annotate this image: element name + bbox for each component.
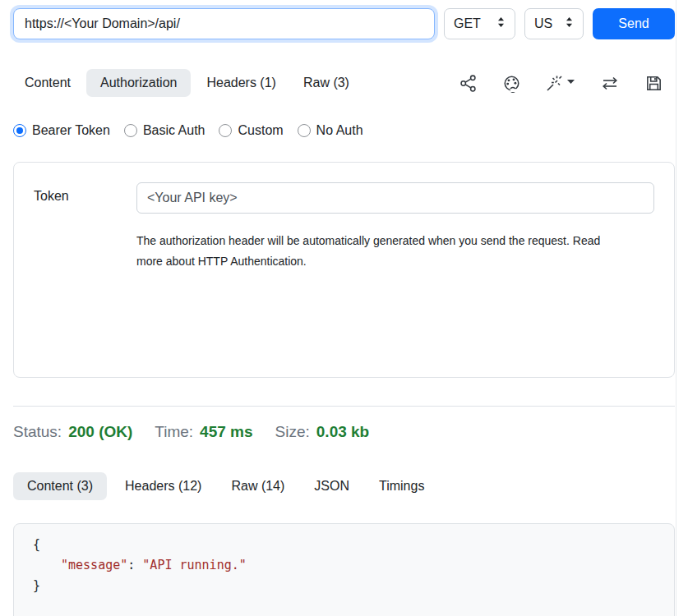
json-close-brace: } xyxy=(33,576,655,596)
section-divider xyxy=(13,406,675,407)
response-tab-content[interactable]: Content (3) xyxy=(13,472,107,500)
save-icon[interactable] xyxy=(644,73,663,93)
auth-option-no-auth[interactable]: No Auth xyxy=(298,123,363,138)
radio-unselected-icon xyxy=(124,124,137,137)
request-toolbar xyxy=(458,73,675,93)
auth-option-bearer-token[interactable]: Bearer Token xyxy=(13,123,110,138)
response-size-item: Size: 0.03 kb xyxy=(275,423,370,441)
token-field-area: The authorization header will be automat… xyxy=(136,182,654,357)
response-status-row: Status: 200 (OK) Time: 457 ms Size: 0.03… xyxy=(0,423,688,441)
tab-raw[interactable]: Raw (3) xyxy=(292,69,361,97)
response-time-item: Time: 457 ms xyxy=(155,423,252,441)
method-select[interactable]: GET xyxy=(444,8,515,39)
json-key: "message" xyxy=(61,558,127,572)
json-value: "API running." xyxy=(142,558,246,572)
tab-content[interactable]: Content xyxy=(13,69,82,97)
status-label: Status: xyxy=(13,423,62,441)
bearer-token-panel: Token The authorization header will be a… xyxy=(13,162,675,378)
response-tabs: Content (3) Headers (12) Raw (14) JSON T… xyxy=(0,472,688,500)
json-open-brace: { xyxy=(33,535,655,555)
token-label: Token xyxy=(34,182,136,357)
time-value: 457 ms xyxy=(200,423,252,441)
select-arrows-icon xyxy=(496,16,506,32)
region-select-value: US xyxy=(534,16,552,31)
auth-option-label: Bearer Token xyxy=(32,123,110,138)
token-input[interactable] xyxy=(136,182,654,214)
url-input[interactable] xyxy=(13,8,435,39)
method-select-value: GET xyxy=(454,16,481,31)
status-code-item: Status: 200 (OK) xyxy=(13,423,132,441)
api-client-app: GET US Send Content Authorization Header… xyxy=(0,0,688,616)
response-tab-raw[interactable]: Raw (14) xyxy=(219,472,296,500)
page-edge-divider xyxy=(676,0,676,616)
tab-headers[interactable]: Headers (1) xyxy=(195,69,287,97)
swap-arrows-icon[interactable] xyxy=(600,73,620,93)
time-label: Time: xyxy=(155,423,193,441)
select-arrows-icon xyxy=(565,16,574,32)
json-separator: : xyxy=(127,558,142,572)
tab-authorization[interactable]: Authorization xyxy=(86,69,191,97)
request-tabs-row: Content Authorization Headers (1) Raw (3… xyxy=(0,69,688,97)
response-body-viewer[interactable]: { "message": "API running." } xyxy=(13,523,675,616)
token-help-text: The authorization header will be automat… xyxy=(136,231,620,272)
auth-type-options: Bearer Token Basic Auth Custom No Auth xyxy=(0,123,688,138)
auth-option-label: Custom xyxy=(238,123,283,138)
radio-unselected-icon xyxy=(298,124,311,137)
share-icon[interactable] xyxy=(458,73,478,93)
palette-icon[interactable] xyxy=(501,73,521,93)
auth-option-label: No Auth xyxy=(316,123,363,138)
response-tab-headers[interactable]: Headers (12) xyxy=(113,472,213,500)
status-value: 200 (OK) xyxy=(68,423,132,441)
radio-unselected-icon xyxy=(219,124,232,137)
request-tabs: Content Authorization Headers (1) Raw (3… xyxy=(13,69,361,97)
send-button[interactable]: Send xyxy=(593,8,675,39)
size-label: Size: xyxy=(275,423,310,441)
response-tab-timings[interactable]: Timings xyxy=(367,472,436,500)
auth-option-basic-auth[interactable]: Basic Auth xyxy=(124,123,205,138)
size-value: 0.03 kb xyxy=(316,423,369,441)
request-bar: GET US Send xyxy=(0,0,688,39)
auth-option-custom[interactable]: Custom xyxy=(219,123,283,138)
radio-selected-icon xyxy=(13,124,26,137)
region-select[interactable]: US xyxy=(524,8,584,39)
response-tab-json[interactable]: JSON xyxy=(302,472,361,500)
magic-wand-menu-icon[interactable] xyxy=(545,73,576,93)
json-message-line: "message": "API running." xyxy=(33,555,655,576)
auth-option-label: Basic Auth xyxy=(143,123,205,138)
